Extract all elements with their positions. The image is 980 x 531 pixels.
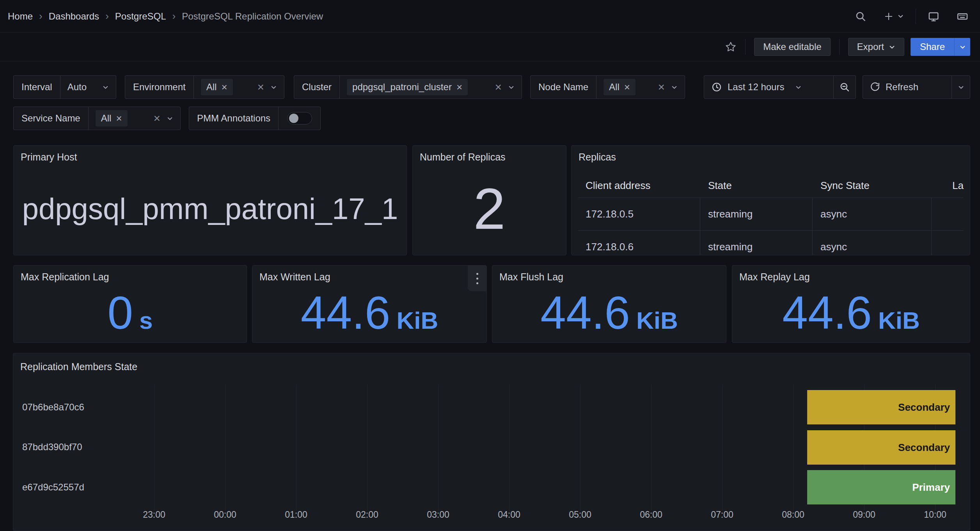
stat-value: 0 s (107, 290, 153, 336)
clear-icon[interactable]: × (153, 112, 160, 124)
service-name-select[interactable]: All × × (89, 107, 180, 130)
chip-remove-icon[interactable]: × (221, 82, 227, 92)
panel-replication-members-state: Replication Members State 07b6be8a70c6 8… (13, 353, 970, 531)
node-name-chip[interactable]: All × (604, 79, 636, 95)
panel-title[interactable]: Primary Host (14, 146, 407, 163)
chevron-down-icon (270, 84, 277, 91)
panel-max-replay-lag: Max Replay Lag 44.6 KiB (732, 265, 970, 343)
breadcrumb-home[interactable]: Home (8, 11, 33, 22)
panel-max-flush-lag: Max Flush Lag 44.6 KiB (492, 265, 726, 343)
chip-remove-icon[interactable]: × (116, 113, 122, 123)
panel-title[interactable]: Replicas (572, 146, 970, 163)
plus-icon (884, 11, 894, 21)
time-range-picker: Last 12 hours (704, 75, 856, 99)
search-icon[interactable] (855, 11, 866, 22)
pmm-annotations-toggle[interactable] (287, 112, 312, 125)
breadcrumb-dashboards[interactable]: Dashboards (49, 11, 99, 22)
state-bar-secondary: Secondary (807, 390, 955, 424)
cluster-select[interactable]: pdpgsql_patroni_cluster × × (340, 76, 522, 98)
panel-max-replication-lag: Max Replication Lag 0 s (13, 265, 247, 343)
monitor-icon[interactable] (928, 11, 939, 22)
keyboard-icon[interactable] (957, 11, 968, 22)
chip-label: All (206, 82, 217, 93)
column-header[interactable]: Client address (578, 174, 700, 198)
favorite-star-icon[interactable] (725, 41, 737, 53)
stat-unit: KiB (878, 308, 920, 333)
time-range-button[interactable]: Last 12 hours (704, 76, 833, 98)
column-header[interactable]: La (932, 174, 964, 198)
refresh-button[interactable]: Refresh (863, 76, 952, 98)
panel-number-of-replicas: Number of Replicas 2 (412, 145, 566, 255)
table-row: 172.18.0.6 streaming async (578, 231, 964, 255)
chevron-down-icon (167, 115, 173, 122)
refresh-control: Refresh (863, 75, 970, 99)
x-axis-tick: 06:00 (640, 510, 662, 520)
environment-label: Environment (125, 76, 194, 98)
panel-title[interactable]: Number of Replicas (413, 146, 566, 163)
service-name-chip[interactable]: All × (96, 110, 128, 127)
filter-row-1: Interval Auto Environment All × × Cluste (13, 75, 970, 99)
cell-lag (932, 231, 964, 255)
breadcrumb-postgresql[interactable]: PostgreSQL (115, 11, 166, 22)
share-menu-button[interactable] (954, 38, 970, 56)
state-label: Primary (912, 481, 950, 494)
panel-primary-host: Primary Host pdpgsql_pmm_patroni_17_1 (13, 145, 407, 255)
primary-host-value: pdpgsql_pmm_patroni_17_1 (22, 194, 398, 224)
panel-replicas-table: Replicas Client address State Sync State… (571, 145, 970, 255)
x-axis-tick: 00:00 (214, 510, 236, 520)
breadcrumb-current-page: PostgreSQL Replication Overview (182, 11, 323, 22)
column-header[interactable]: Sync State (813, 174, 932, 198)
environment-chip[interactable]: All × (201, 79, 233, 95)
panel-menu-kebab-icon[interactable] (468, 266, 486, 291)
cell-client-address: 172.18.0.6 (578, 231, 700, 255)
environment-select[interactable]: All × × (194, 76, 284, 98)
state-bar-secondary: Secondary (807, 430, 955, 465)
cluster-chip[interactable]: pdpgsql_patroni_cluster × (347, 79, 468, 95)
share-button-group: Share (911, 38, 970, 56)
chevron-down-icon (671, 84, 678, 91)
pmm-annotations-label: PMM Annotations (189, 107, 279, 130)
panel-title[interactable]: Max Written Lag (252, 266, 486, 283)
divider (745, 39, 746, 55)
make-editable-button[interactable]: Make editable (754, 38, 830, 56)
cell-sync-state: async (813, 231, 932, 255)
clear-icon[interactable]: × (495, 81, 502, 93)
chevron-down-icon (795, 84, 802, 91)
stat-value: 44.6 KiB (540, 290, 678, 336)
node-name-select[interactable]: All × × (597, 76, 685, 98)
state-label: Secondary (898, 401, 950, 413)
timeline-row-label: e67d9c52557d (22, 482, 84, 493)
state-label: Secondary (898, 442, 950, 454)
add-new-button[interactable] (884, 11, 904, 21)
clear-icon[interactable]: × (257, 81, 264, 93)
x-axis-tick: 23:00 (143, 510, 165, 520)
x-axis-tick: 08:00 (782, 510, 804, 520)
interval-select[interactable]: Auto (60, 76, 116, 98)
environment-control: Environment All × × (125, 75, 284, 99)
panel-title[interactable]: Max Replication Lag (14, 266, 247, 283)
stat-value: 44.6 KiB (782, 290, 920, 336)
panel-title[interactable]: Max Replay Lag (732, 266, 970, 283)
x-axis-tick: 05:00 (569, 510, 591, 520)
zoom-out-button[interactable] (834, 76, 856, 98)
table-row: 172.18.0.5 streaming async (578, 198, 964, 231)
share-button[interactable]: Share (911, 38, 954, 56)
panel-title[interactable]: Max Flush Lag (492, 266, 726, 283)
refresh-interval-button[interactable] (952, 76, 970, 98)
panel-title[interactable]: Replication Members State (13, 353, 970, 372)
chevron-down-icon (958, 84, 964, 91)
breadcrumb-separator-icon: › (39, 10, 43, 22)
export-button[interactable]: Export (848, 38, 904, 56)
chip-label: pdpgsql_patroni_cluster (352, 82, 452, 93)
clear-icon[interactable]: × (658, 81, 665, 93)
chip-remove-icon[interactable]: × (456, 82, 462, 92)
chevron-down-icon (897, 13, 904, 20)
breadcrumb-separator-icon: › (105, 10, 109, 22)
chip-remove-icon[interactable]: × (624, 82, 630, 92)
stat-number: 44.6 (301, 290, 391, 336)
service-name-control: Service Name All × × (13, 107, 181, 130)
x-axis-tick: 07:00 (711, 510, 733, 520)
stat-body: 2 (413, 163, 566, 255)
column-header[interactable]: State (700, 174, 813, 198)
time-range-value: Last 12 hours (728, 82, 784, 93)
